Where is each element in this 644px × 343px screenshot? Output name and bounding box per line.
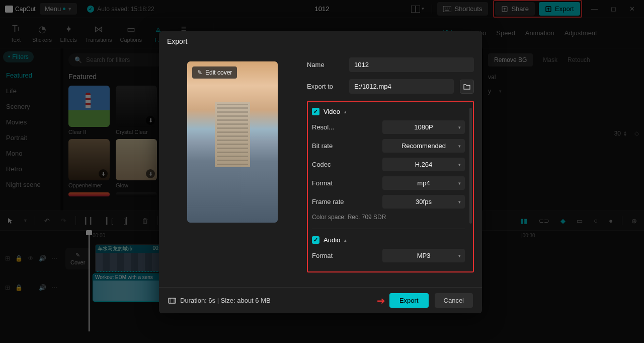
- collapse-icon: ▴: [344, 109, 347, 114]
- export-path-input[interactable]: [349, 79, 454, 94]
- codec-dropdown[interactable]: H.264▾: [382, 158, 465, 171]
- dialog-title: Export: [159, 31, 482, 51]
- resolution-dropdown[interactable]: 1080P▾: [382, 120, 465, 134]
- chevron-down-icon: ▾: [458, 181, 461, 186]
- format-label: Format: [312, 179, 348, 187]
- video-section-toggle[interactable]: ✓ Video ▴: [312, 108, 471, 115]
- cancel-button[interactable]: Cancel: [435, 293, 473, 308]
- color-space-info: Color space: Rec. 709 SDR: [312, 214, 471, 221]
- audio-format-dropdown[interactable]: MP3▾: [382, 249, 465, 262]
- callout-box-settings: ✓ Video ▴ Resol... 1080P▾ Bit rate Recom…: [307, 101, 474, 272]
- chevron-down-icon: ▾: [458, 199, 461, 204]
- pencil-icon: ✎: [197, 69, 202, 76]
- chevron-down-icon: ▾: [458, 253, 461, 258]
- export-to-label: Export to: [307, 83, 343, 90]
- name-input[interactable]: [349, 57, 474, 72]
- bitrate-dropdown[interactable]: Recommended▾: [382, 139, 465, 153]
- framerate-label: Frame rate: [312, 198, 348, 205]
- chevron-down-icon: ▾: [458, 162, 461, 167]
- audio-section-toggle[interactable]: ✓ Audio ▴: [312, 236, 471, 244]
- svg-rect-9: [169, 298, 176, 303]
- codec-label: Codec: [312, 161, 348, 168]
- audio-format-label: Format: [312, 252, 348, 259]
- chevron-down-icon: ▾: [458, 144, 461, 149]
- film-icon: [168, 298, 176, 304]
- export-dialog: Export ✎ Edit cover Name Export to: [159, 31, 482, 313]
- callout-arrow-icon: ➔: [377, 295, 385, 307]
- scrollbar[interactable]: [469, 108, 472, 224]
- export-confirm-button[interactable]: Export: [389, 293, 429, 308]
- collapse-icon: ▴: [344, 238, 347, 243]
- browse-folder-button[interactable]: [460, 80, 474, 94]
- audio-checkbox[interactable]: ✓: [312, 236, 319, 244]
- framerate-dropdown[interactable]: 30fps▾: [382, 195, 465, 209]
- bitrate-label: Bit rate: [312, 142, 348, 150]
- resolution-label: Resol...: [312, 123, 348, 131]
- export-preview: ✎ Edit cover: [187, 61, 278, 223]
- edit-cover-button[interactable]: ✎ Edit cover: [192, 66, 237, 79]
- chevron-down-icon: ▾: [458, 125, 461, 130]
- duration-info: Duration: 6s | Size: about 6 MB: [180, 297, 271, 304]
- dialog-footer: Duration: 6s | Size: about 6 MB ➔ Export…: [159, 287, 482, 313]
- format-dropdown[interactable]: mp4▾: [382, 176, 465, 190]
- folder-icon: [463, 84, 470, 90]
- video-checkbox[interactable]: ✓: [312, 108, 319, 115]
- name-label: Name: [307, 61, 343, 68]
